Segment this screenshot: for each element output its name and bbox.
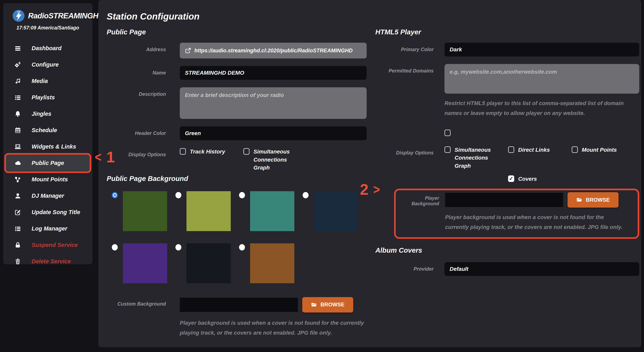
radio[interactable] <box>176 244 181 250</box>
sidebar-item-dashboard[interactable]: Dashboard <box>3 40 92 56</box>
sidebar-item-dj-manager[interactable]: DJ Manager <box>3 188 92 204</box>
header-color-select[interactable]: Green <box>180 126 367 140</box>
checkbox-label: Simultaneous Connections Graph <box>254 148 303 172</box>
primary-color-select[interactable]: Dark <box>444 43 639 56</box>
browse-button-label: BROWSE <box>586 197 610 203</box>
radio[interactable] <box>239 244 245 250</box>
sidebar-item-label: Schedule <box>32 127 57 134</box>
main-panel: Station Configuration SAVE 3 > Public Pa… <box>98 0 641 347</box>
permitted-domains-label: Permitted Domains <box>375 64 434 74</box>
checkbox-label: Direct Links <box>518 146 550 154</box>
sidebar-item-configure[interactable]: Configure <box>3 56 92 73</box>
brand: RadioSTREAMINGHD <box>3 3 92 22</box>
radio[interactable] <box>176 192 181 198</box>
sidebar-item-suspend-service[interactable]: Suspend Service <box>3 237 92 253</box>
radio[interactable] <box>239 192 245 198</box>
sidebar-item-public-page[interactable]: Public Page <box>6 155 90 171</box>
custom-background-label: Custom Background <box>107 297 166 307</box>
calendar-icon <box>14 127 21 134</box>
background-option-1[interactable] <box>112 191 176 231</box>
provider-label: Provider <box>375 262 434 272</box>
background-option-6[interactable] <box>176 243 239 283</box>
provider-select[interactable]: Default <box>444 262 639 276</box>
color-swatch[interactable] <box>186 191 231 231</box>
music-note-icon <box>14 78 21 85</box>
color-swatch[interactable] <box>186 243 231 283</box>
color-swatch[interactable] <box>250 191 294 231</box>
custom-background-browse-button[interactable]: BROWSE <box>302 297 353 312</box>
sidebar-item-label: Media <box>32 78 48 84</box>
page-title: Station Configuration <box>107 11 200 22</box>
sidebar-item-delete-service[interactable]: Delete Service <box>3 253 92 270</box>
name-input[interactable]: STREAMINGHD DEMO <box>180 66 367 80</box>
radio-logo-icon <box>13 10 24 22</box>
sidebar-item-playlists[interactable]: Playlists <box>3 89 92 106</box>
permitted-domains-hint: Restrict HTML5 player to this list of co… <box>444 98 638 118</box>
color-swatch[interactable] <box>123 191 167 231</box>
checkbox-label: Track History <box>190 148 225 156</box>
sidebar-item-widgets-links[interactable]: Widgets & Links <box>3 138 92 155</box>
permitted-domains-textarea[interactable]: e.g, mywebsite.com,anotherwebsite.com <box>444 64 639 94</box>
custom-background-file-input[interactable] <box>180 298 298 312</box>
checkbox-label: Simultaneous Connections Graph <box>454 146 504 170</box>
gears-icon <box>14 61 21 68</box>
player-background-label: Player Background <box>397 192 439 206</box>
app-screen: RadioSTREAMINGHD 17:57:09 America/Santia… <box>0 0 644 352</box>
sidebar-item-schedule[interactable]: Schedule <box>3 122 92 138</box>
address-field[interactable]: https://audio.streaminghd.cl:2020/public… <box>180 43 367 58</box>
player-background-file-input[interactable] <box>445 193 563 207</box>
trash-icon <box>14 258 21 265</box>
sidebar-item-mount-points[interactable]: Mount Points <box>3 171 92 188</box>
header-color-value: Green <box>185 130 201 136</box>
player-background-browse-button[interactable]: BROWSE <box>568 192 618 208</box>
sidebar-item-label: Log Manager <box>32 226 67 232</box>
checkbox-box-checked[interactable]: ✓ <box>508 176 514 182</box>
right-column: HTML5 Player Primary Color Dark Permitte… <box>375 28 639 284</box>
description-label: Description <box>107 87 166 97</box>
checkbox-box[interactable] <box>508 146 514 153</box>
description-placeholder: Enter a brief description of your radio <box>185 92 284 98</box>
checkbox-box[interactable] <box>244 148 250 155</box>
annotation-1: < 1 <box>95 149 115 165</box>
checkbox-box[interactable] <box>444 146 450 153</box>
color-swatch[interactable] <box>123 243 167 283</box>
sidebar-item-update-song-title[interactable]: Update Song Title <box>3 204 92 220</box>
checkbox-label: Covers <box>518 175 537 183</box>
cloud-icon <box>14 160 21 167</box>
simultaneous-connections-graph-checkbox[interactable]: Simultaneous Connections Graph <box>244 148 307 172</box>
browse-button-label: BROWSE <box>320 302 344 308</box>
hamburger-icon <box>14 45 21 52</box>
color-swatch[interactable] <box>250 243 294 283</box>
description-textarea[interactable]: Enter a brief description of your radio <box>180 87 367 119</box>
background-option-5[interactable] <box>112 243 176 283</box>
checkbox-box[interactable] <box>180 148 186 155</box>
checkbox-box[interactable] <box>572 146 578 153</box>
color-swatch[interactable] <box>314 191 358 231</box>
radio-selected[interactable] <box>112 192 118 198</box>
sidebar: RadioSTREAMINGHD 17:57:09 America/Santia… <box>3 3 92 264</box>
covers-checkbox[interactable]: ✓ Covers <box>508 175 572 183</box>
sidebar-item-media[interactable]: Media <box>3 73 92 89</box>
background-option-2[interactable] <box>176 191 239 231</box>
unlabeled-checkbox[interactable] <box>444 130 450 136</box>
sidebar-item-label: Update Song Title <box>32 209 80 216</box>
simultaneous-connections-graph-checkbox[interactable]: Simultaneous Connections Graph <box>444 146 508 170</box>
sidebar-item-jingles[interactable]: Jingles <box>3 106 92 122</box>
lock-icon <box>14 242 21 249</box>
radio[interactable] <box>112 244 118 250</box>
address-value: https://audio.streaminghd.cl:2020/public… <box>194 48 352 54</box>
right-arrow-annotation: > <box>373 183 380 196</box>
background-option-4[interactable] <box>303 191 366 231</box>
left-column: Public Page Address https://audio.stream… <box>107 28 367 338</box>
custom-background-row: Custom Background BROWSE Player backgrou… <box>107 297 367 338</box>
sidebar-item-log-manager[interactable]: Log Manager <box>3 220 92 237</box>
custom-background-hint: Player background is used when a cover i… <box>180 318 367 338</box>
direct-links-checkbox[interactable]: Direct Links <box>508 146 572 170</box>
mount-points-checkbox[interactable]: Mount Points <box>572 146 635 170</box>
background-option-7[interactable] <box>239 243 303 283</box>
track-history-checkbox[interactable]: Track History <box>180 148 244 172</box>
brand-title: RadioSTREAMINGHD <box>28 12 104 20</box>
radio[interactable] <box>303 192 308 198</box>
sidebar-item-label: Dashboard <box>32 45 62 52</box>
background-option-3[interactable] <box>239 191 303 231</box>
